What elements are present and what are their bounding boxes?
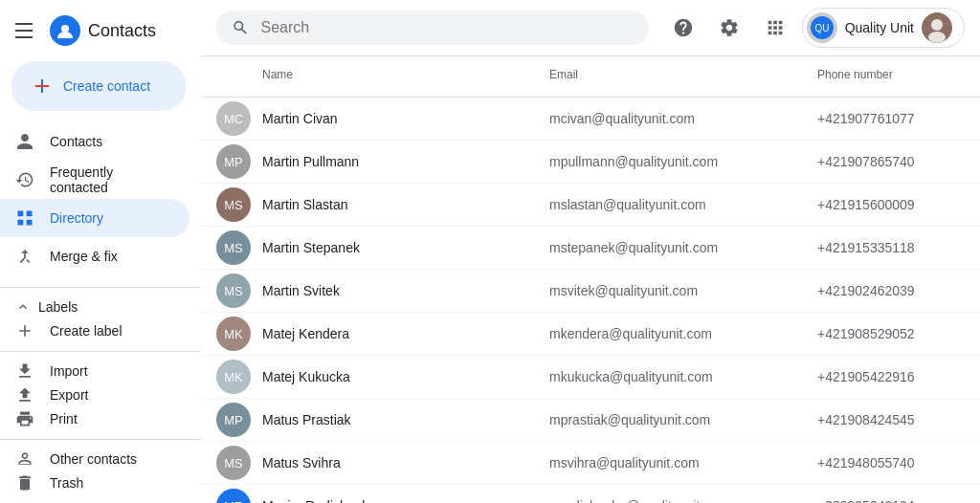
sidebar-header: Contacts xyxy=(0,8,201,54)
sidebar-item-frequently-contacted[interactable]: Frequently contacted xyxy=(0,161,189,199)
contact-avatar: MK xyxy=(216,317,251,351)
contact-name: Martin Svitek xyxy=(255,283,542,298)
contact-phone: +421905422916 xyxy=(810,369,980,384)
sidebar-item-create-label[interactable]: Create label xyxy=(0,319,189,343)
topbar-actions: QU Quality Unit xyxy=(664,8,965,48)
account-area[interactable]: QU Quality Unit xyxy=(802,8,965,48)
contact-name: Martin Pullmann xyxy=(255,154,542,169)
svg-point-0 xyxy=(61,25,69,33)
contact-email: msvihra@qualityunit.com xyxy=(542,455,810,470)
contact-email: mpullmann@qualityunit.com xyxy=(542,154,810,169)
contact-avatar: MP xyxy=(216,144,251,179)
contact-avatar: MR xyxy=(216,489,251,503)
svg-point-6 xyxy=(931,19,943,31)
sidebar-item-directory-label: Directory xyxy=(50,210,103,226)
user-photo xyxy=(922,12,952,43)
account-name: Quality Unit xyxy=(845,20,914,35)
divider-1 xyxy=(0,287,201,288)
chevron-up-icon xyxy=(15,299,31,315)
contact-phone: +421908424545 xyxy=(810,412,980,427)
contact-email: mkukucka@qualityunit.com xyxy=(542,369,810,384)
table-row[interactable]: MS Martin Slastan mslastan@qualityunit.c… xyxy=(201,184,980,227)
grid-icon xyxy=(15,208,34,228)
table-row[interactable]: MR Maxim Rudichenko mrudichenko@qualityu… xyxy=(201,485,980,503)
contact-name: Martin Slastan xyxy=(255,197,542,212)
contact-avatar: MS xyxy=(216,446,251,480)
table-row[interactable]: MK Matej Kukucka mkukucka@qualityunit.co… xyxy=(201,356,980,399)
apps-button[interactable] xyxy=(756,9,794,47)
account-avatar: QU xyxy=(807,12,837,43)
search-icon xyxy=(232,18,250,37)
header-email: Email xyxy=(542,64,810,89)
table-row[interactable]: MP Matus Prastiak mprastiak@qualityunit.… xyxy=(201,399,980,442)
contact-email: mcivan@qualityunit.com xyxy=(542,111,810,126)
trash-label: Trash xyxy=(50,475,83,491)
sidebar: Contacts Create contact Contacts Frequen… xyxy=(0,0,201,503)
history-icon xyxy=(15,170,34,189)
search-input[interactable] xyxy=(261,19,634,36)
header-checkbox-col xyxy=(216,64,255,89)
plus-icon xyxy=(31,75,54,98)
table-row[interactable]: MK Matej Kendera mkendera@qualityunit.co… xyxy=(201,313,980,356)
help-button[interactable] xyxy=(664,9,702,47)
table-row[interactable]: MP Martin Pullmann mpullmann@qualityunit… xyxy=(201,141,980,184)
sidebar-item-freq-label: Frequently contacted xyxy=(50,164,174,195)
sidebar-item-directory[interactable]: Directory xyxy=(0,199,189,237)
contact-name: Maxim Rudichenko xyxy=(255,498,542,503)
sidebar-item-merge-fix[interactable]: Merge & fix xyxy=(0,237,189,275)
contact-avatar: MP xyxy=(216,403,251,437)
sidebar-item-print[interactable]: Print xyxy=(0,407,189,431)
header-name: Name xyxy=(255,64,542,89)
contact-email: msvitek@qualityunit.com xyxy=(542,283,810,298)
header-phone: Phone number xyxy=(810,64,980,89)
contact-phone: +421907761077 xyxy=(810,111,980,126)
app-logo xyxy=(50,15,80,46)
contact-avatar: MC xyxy=(216,101,251,136)
print-icon xyxy=(15,409,34,428)
contact-avatar: MS xyxy=(216,230,251,265)
contact-phone: +421908529052 xyxy=(810,326,980,341)
contact-phone: +421948055740 xyxy=(810,455,980,470)
contact-phone: +421915335118 xyxy=(810,240,980,255)
contact-email: mkendera@qualityunit.com xyxy=(542,326,810,341)
sidebar-item-other-contacts[interactable]: Other contacts xyxy=(0,448,189,471)
contact-avatar: MS xyxy=(216,187,251,222)
contact-email: mslastan@qualityunit.com xyxy=(542,197,810,212)
table-header: Name Email Phone number xyxy=(201,56,980,98)
create-contact-label: Create contact xyxy=(63,78,150,94)
svg-text:QU: QU xyxy=(814,23,829,33)
contact-avatar: MS xyxy=(216,273,251,308)
contact-name: Martin Civan xyxy=(255,111,542,126)
table-row[interactable]: MC Martin Civan mcivan@qualityunit.com +… xyxy=(201,98,980,141)
sidebar-item-export[interactable]: Export xyxy=(0,383,189,407)
import-icon xyxy=(15,361,34,381)
sidebar-item-import[interactable]: Import xyxy=(0,360,189,383)
contact-email: mprastiak@qualityunit.com xyxy=(542,412,810,427)
contact-phone: +421915600009 xyxy=(810,197,980,212)
table-row[interactable]: MS Martin Svitek msvitek@qualityunit.com… xyxy=(201,270,980,313)
labels-section[interactable]: Labels xyxy=(0,295,201,319)
apps-icon xyxy=(765,17,786,38)
contact-avatar: MK xyxy=(216,360,251,394)
contact-name: Matus Svihra xyxy=(255,455,542,470)
divider-3 xyxy=(0,439,201,440)
sidebar-item-trash[interactable]: Trash xyxy=(0,471,189,495)
print-label: Print xyxy=(50,411,78,426)
other-contacts-label: Other contacts xyxy=(50,451,137,467)
contact-name: Matej Kukucka xyxy=(255,369,542,384)
sidebar-item-contacts-label: Contacts xyxy=(50,134,102,149)
sidebar-item-contacts[interactable]: Contacts xyxy=(0,122,189,161)
contact-name: Matus Prastiak xyxy=(255,412,542,427)
merge-icon xyxy=(15,247,34,266)
create-label-icon xyxy=(15,321,34,340)
table-row[interactable]: MS Matus Svihra msvihra@qualityunit.com … xyxy=(201,442,980,485)
create-contact-button[interactable]: Create contact xyxy=(11,61,186,111)
contact-name: Martin Stepanek xyxy=(255,240,542,255)
search-box[interactable] xyxy=(216,11,649,45)
table-row[interactable]: MS Martin Stepanek mstepanek@qualityunit… xyxy=(201,227,980,270)
settings-button[interactable] xyxy=(710,9,748,47)
app-title: Contacts xyxy=(88,21,156,41)
create-label-text: Create label xyxy=(50,323,122,339)
menu-button[interactable] xyxy=(15,19,38,42)
export-icon xyxy=(15,385,34,405)
